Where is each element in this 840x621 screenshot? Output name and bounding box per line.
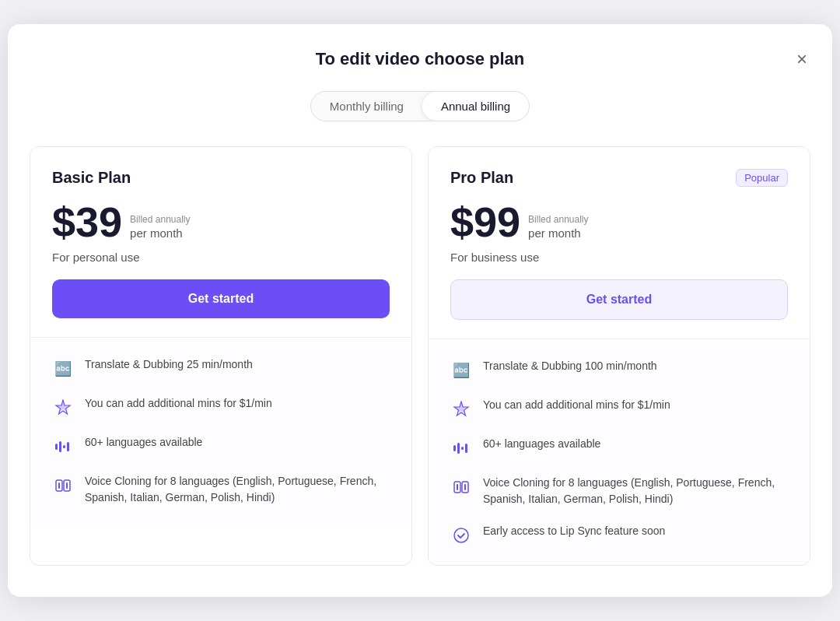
svg-rect-11 (457, 443, 460, 454)
pro-plan-card: Pro Plan Popular $99 Billed annually per… (428, 146, 810, 566)
basic-feature-3-text: 60+ languages available (85, 434, 202, 451)
close-button[interactable]: × (793, 47, 810, 72)
basic-subtitle: For personal use (52, 251, 390, 264)
basic-plan-top: Basic Plan $39 Billed annually per month… (30, 147, 411, 338)
popular-badge: Popular (736, 169, 788, 187)
svg-text:🔤: 🔤 (453, 362, 470, 379)
sparkle-icon (52, 397, 74, 419)
svg-rect-13 (465, 444, 467, 453)
pro-price: $99 (450, 201, 520, 243)
basic-feature-1: 🔤 Translate & Dubbing 25 min/month (52, 356, 390, 380)
audio-icon (450, 437, 472, 459)
svg-rect-1 (55, 444, 58, 450)
basic-plan-name: Basic Plan (52, 169, 131, 187)
pro-get-started-button[interactable]: Get started (450, 279, 788, 320)
pro-feature-4-text: Voice Cloning for 8 languages (English, … (483, 475, 788, 507)
monthly-billing-button[interactable]: Monthly billing (311, 92, 422, 121)
svg-point-18 (454, 528, 468, 542)
svg-rect-3 (63, 445, 65, 448)
modal-header: To edit video choose plan × (30, 49, 810, 69)
basic-plan-card: Basic Plan $39 Billed annually per month… (30, 146, 412, 566)
voice-clone-icon (52, 475, 74, 496)
basic-get-started-button[interactable]: Get started (52, 279, 390, 318)
svg-rect-12 (461, 447, 464, 450)
translate-icon: 🔤 (450, 360, 472, 381)
pro-per-month: per month (528, 226, 588, 240)
basic-price-details: Billed annually per month (130, 214, 190, 240)
basic-per-month: per month (130, 226, 190, 240)
pro-plan-top: Pro Plan Popular $99 Billed annually per… (429, 147, 810, 339)
basic-billed-note: Billed annually (130, 214, 190, 225)
svg-rect-8 (66, 482, 68, 489)
pro-feature-5: Early access to Lip Sync feature soon (450, 523, 788, 546)
basic-price-row: $39 Billed annually per month (52, 201, 390, 243)
pro-feature-2-text: You can add additional mins for $1/min (483, 397, 670, 413)
basic-feature-1-text: Translate & Dubbing 25 min/month (85, 356, 253, 373)
svg-rect-4 (67, 442, 69, 451)
check-circle-icon (450, 525, 472, 546)
svg-rect-15 (457, 484, 458, 490)
pro-features: 🔤 Translate & Dubbing 100 min/month You … (429, 339, 810, 565)
pro-billed-note: Billed annually (528, 214, 588, 225)
basic-feature-4: Voice Cloning for 8 languages (English, … (52, 473, 390, 506)
basic-plan-name-row: Basic Plan (52, 169, 390, 187)
pro-price-row: $99 Billed annually per month (450, 201, 788, 243)
pricing-modal: To edit video choose plan × Monthly bill… (8, 24, 832, 597)
pro-feature-1-text: Translate & Dubbing 100 min/month (483, 358, 657, 374)
sparkle-icon (450, 398, 472, 420)
translate-icon: 🔤 (52, 358, 74, 380)
billing-toggle-inner: Monthly billing Annual billing (310, 91, 530, 121)
svg-text:🔤: 🔤 (54, 360, 72, 377)
annual-billing-button[interactable]: Annual billing (422, 92, 529, 121)
pro-price-details: Billed annually per month (528, 214, 588, 240)
pro-feature-4: Voice Cloning for 8 languages (English, … (450, 475, 788, 507)
basic-feature-3: 60+ languages available (52, 434, 390, 458)
pro-feature-3: 60+ languages available (450, 436, 788, 459)
basic-feature-2-text: You can add additional mins for $1/min (85, 395, 272, 412)
pro-feature-3-text: 60+ languages available (483, 436, 600, 452)
billing-toggle: Monthly billing Annual billing (30, 91, 810, 121)
pro-feature-5-text: Early access to Lip Sync feature soon (483, 523, 665, 539)
svg-rect-2 (59, 441, 61, 452)
svg-rect-17 (464, 484, 466, 490)
basic-feature-2: You can add additional mins for $1/min (52, 395, 390, 419)
pro-plan-name-row: Pro Plan Popular (450, 169, 788, 187)
svg-rect-10 (453, 445, 456, 451)
modal-title: To edit video choose plan (316, 49, 525, 69)
pro-feature-1: 🔤 Translate & Dubbing 100 min/month (450, 358, 788, 381)
basic-price: $39 (52, 201, 122, 243)
basic-feature-4-text: Voice Cloning for 8 languages (English, … (85, 473, 390, 506)
svg-rect-6 (58, 482, 60, 489)
pro-plan-name: Pro Plan (450, 169, 513, 187)
audio-icon (52, 436, 74, 458)
plans-container: Basic Plan $39 Billed annually per month… (30, 146, 810, 566)
voice-clone-icon (450, 476, 472, 498)
basic-features: 🔤 Translate & Dubbing 25 min/month You c… (30, 338, 411, 525)
pro-feature-2: You can add additional mins for $1/min (450, 397, 788, 420)
pro-subtitle: For business use (450, 251, 788, 264)
